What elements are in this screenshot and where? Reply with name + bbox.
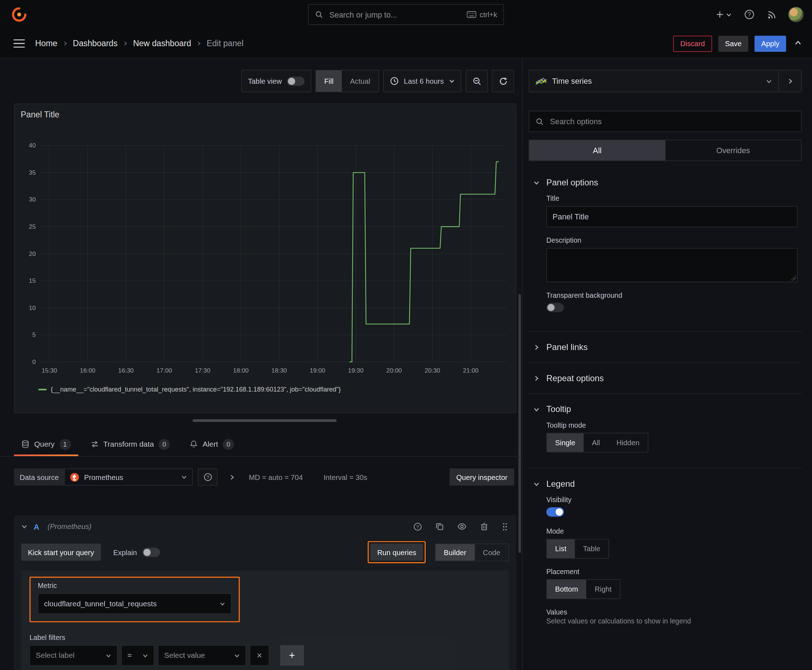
segment-builder[interactable]: Builder <box>436 544 475 560</box>
builder-code-switch: BuilderCode <box>435 543 509 561</box>
select-value-dropdown[interactable]: Select value <box>158 645 246 666</box>
breadcrumb-new-dashboard[interactable]: New dashboard <box>133 39 191 48</box>
chart-legend[interactable]: {__name__="cloudflared_tunnel_total_requ… <box>38 386 341 393</box>
interval: Interval = 30s <box>324 473 367 481</box>
panel-title-input[interactable] <box>546 206 798 227</box>
apply-button[interactable]: Apply <box>754 36 786 52</box>
chevron-right-icon <box>533 344 540 350</box>
svg-text:20:30: 20:30 <box>425 367 440 374</box>
section-tooltip[interactable]: Tooltip <box>529 397 802 421</box>
drag-handle-icon[interactable] <box>501 521 509 532</box>
run-queries-button[interactable]: Run queries <box>371 544 423 561</box>
segment-list[interactable]: List <box>547 540 575 558</box>
table-view-toggle[interactable] <box>287 76 305 86</box>
transparent-background-toggle[interactable] <box>546 303 564 312</box>
query-help-button[interactable]: ? <box>412 521 423 532</box>
tab-query[interactable]: Query 1 <box>14 432 78 456</box>
menu-icon[interactable] <box>14 39 25 47</box>
time-range-picker[interactable]: Last 6 hours <box>383 70 461 92</box>
remove-filter-button[interactable]: × <box>249 645 269 666</box>
datasource-picker[interactable]: Prometheus <box>64 469 193 486</box>
segment-table[interactable]: Table <box>575 540 609 558</box>
section-repeat-options[interactable]: Repeat options <box>529 366 802 391</box>
timeseries-chart[interactable]: 051015202530354015:3016:0016:3017:0017:3… <box>19 135 510 379</box>
plus-icon <box>716 10 724 19</box>
legend-values-label: Values <box>546 608 798 616</box>
grafana-logo-icon[interactable] <box>12 7 27 22</box>
chevron-down-icon[interactable] <box>21 523 27 530</box>
select-label-dropdown[interactable]: Select label <box>29 645 117 666</box>
hide-response-button[interactable] <box>456 521 468 532</box>
explain-toggle[interactable] <box>142 548 160 557</box>
segment-fill[interactable]: Fill <box>316 71 342 91</box>
duplicate-query-button[interactable] <box>435 521 445 532</box>
user-avatar[interactable] <box>788 7 804 22</box>
panel-resize-handle[interactable] <box>193 420 337 422</box>
breadcrumb-dashboards[interactable]: Dashboards <box>73 39 117 48</box>
news-button[interactable] <box>766 8 778 20</box>
segment-single[interactable]: Single <box>547 433 583 452</box>
section-legend[interactable]: Legend <box>529 472 802 496</box>
datasource-help-button[interactable]: ? <box>198 469 218 486</box>
metric-highlight: Metric cloudflared_tunnel_total_requests <box>29 577 239 622</box>
description-label: Description <box>546 237 798 244</box>
svg-text:15: 15 <box>29 277 36 284</box>
operator-value: = <box>127 651 132 660</box>
query-inspector-button[interactable]: Query inspector <box>450 469 514 486</box>
save-button[interactable]: Save <box>718 36 748 52</box>
refresh-button[interactable] <box>492 70 514 92</box>
segment-bottom[interactable]: Bottom <box>547 580 586 599</box>
chevron-down-icon <box>533 481 540 487</box>
kick-start-button[interactable]: Kick start your query <box>21 544 101 561</box>
tab-query-count: 1 <box>59 439 71 450</box>
collapse-pane-button[interactable] <box>792 37 804 50</box>
segment-right[interactable]: Right <box>587 580 620 599</box>
help-button[interactable]: ? <box>743 8 756 21</box>
tab-transform-data[interactable]: Transform data 0 <box>83 432 177 456</box>
breadcrumb-home[interactable]: Home <box>35 39 57 48</box>
metric-select[interactable]: cloudflared_tunnel_total_requests <box>38 594 232 614</box>
collapse-options-button[interactable] <box>778 71 801 91</box>
zoom-out-button[interactable] <box>465 70 488 92</box>
help-icon: ? <box>413 522 422 531</box>
add-filter-button[interactable]: + <box>280 645 304 666</box>
tab-alert[interactable]: Alert 0 <box>183 432 242 456</box>
visualization-name: Time series <box>552 76 592 86</box>
query-options-expand[interactable] <box>229 474 235 480</box>
tab-query-label: Query <box>34 440 54 448</box>
remove-query-button[interactable] <box>479 521 490 532</box>
options-search-input[interactable] <box>549 116 795 126</box>
panel-toolbar: Table view FillActual Last 6 hours <box>241 70 514 92</box>
global-search-input[interactable] <box>328 10 461 19</box>
segment-all[interactable]: All <box>583 433 608 452</box>
segment-overrides[interactable]: Overrides <box>665 140 801 160</box>
segment-code[interactable]: Code <box>475 544 509 560</box>
visualization-bar: Time series <box>529 70 802 92</box>
segment-actual[interactable]: Actual <box>342 71 379 91</box>
metric-value: cloudflared_tunnel_total_requests <box>44 599 157 608</box>
section-panel-options-label: Panel options <box>546 178 598 187</box>
panel-description-input[interactable] <box>547 249 797 282</box>
segment-all[interactable]: All <box>529 140 665 160</box>
segment-hidden[interactable]: Hidden <box>608 433 648 452</box>
discard-button[interactable]: Discard <box>673 36 712 52</box>
query-ref-id: A <box>34 522 39 531</box>
scrollbar[interactable] <box>519 294 521 553</box>
visualization-picker[interactable]: Time series <box>529 71 778 91</box>
section-panel-options[interactable]: Panel options <box>529 170 802 195</box>
keyboard-icon <box>466 11 476 18</box>
options-search[interactable] <box>529 111 802 132</box>
add-button[interactable] <box>715 9 733 20</box>
section-panel-links[interactable]: Panel links <box>529 335 802 359</box>
svg-text:?: ? <box>748 12 751 17</box>
zoom-out-icon <box>472 76 481 86</box>
clock-icon <box>390 76 399 86</box>
legend-visibility-toggle[interactable] <box>546 508 564 517</box>
chevron-down-icon <box>449 78 455 84</box>
resize-grip-icon[interactable] <box>790 275 796 281</box>
operator-dropdown[interactable]: = <box>121 645 154 666</box>
global-search[interactable]: ctrl+k <box>308 4 504 25</box>
svg-text:5: 5 <box>32 331 36 338</box>
section-panel-links-label: Panel links <box>546 342 588 352</box>
query-row-header[interactable]: A (Prometheus) ? <box>14 515 516 538</box>
